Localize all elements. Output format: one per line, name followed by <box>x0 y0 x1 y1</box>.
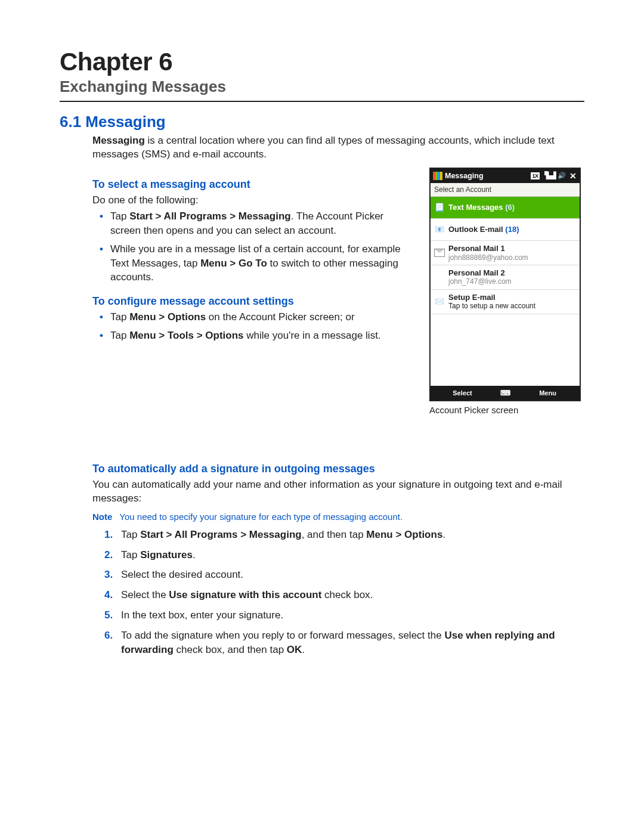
text: . <box>442 529 445 540</box>
text: Tap <box>121 529 140 540</box>
step-5: In the text box, enter your signature. <box>104 608 584 623</box>
bold: Use signature with this account <box>169 589 321 600</box>
close-icon[interactable]: ✕ <box>568 171 578 181</box>
network-icon: 1X <box>531 172 539 179</box>
text: . <box>193 549 196 561</box>
account-text-messages[interactable]: 📃 Text Messages (6) <box>431 197 580 219</box>
step-4: Select the Use signature with this accou… <box>104 588 584 602</box>
step-2: Tap Signatures. <box>104 548 584 562</box>
sub2-bullet-1: Tap Menu > Options on the Account Picker… <box>92 310 415 324</box>
subhead-select-account: To select a messaging account <box>92 178 415 191</box>
right-column: Messaging 1X ▝▙▟ 🔊 ✕ Select an Account 📃… <box>429 168 584 415</box>
account-personal-1[interactable]: Personal Mail 1 john888869@yahoo.com <box>431 241 580 265</box>
device-title: Messaging <box>445 172 484 180</box>
chapter-subtitle: Exchanging Messages <box>60 78 584 96</box>
text: To add the signature when you reply to o… <box>121 630 444 641</box>
windows-live-icon <box>434 272 445 283</box>
text: on the Account Picker screen; or <box>206 311 354 323</box>
keyboard-icon[interactable]: ⌨ <box>494 389 516 397</box>
speaker-icon: 🔊 <box>558 172 566 179</box>
two-column-row: To select a messaging account Do one of … <box>92 168 584 415</box>
section-heading: 6.1 Messaging <box>60 113 584 131</box>
bold: Menu > Tools > Options <box>129 330 243 341</box>
step-6: To add the signature when you reply to o… <box>104 628 584 657</box>
envelope-icon <box>434 247 445 258</box>
account-name: Personal Mail 1 <box>448 244 576 253</box>
text: check box. <box>321 589 373 600</box>
account-label: Personal Mail 2 john_747@live.com <box>448 268 576 286</box>
account-sub: Tap to setup a new account <box>448 302 576 310</box>
sub1-bullet-1: Tap Start > All Programs > Messaging. Th… <box>92 209 415 237</box>
account-personal-2[interactable]: Personal Mail 2 john_747@live.com <box>431 265 580 290</box>
device-screenshot: Messaging 1X ▝▙▟ 🔊 ✕ Select an Account 📃… <box>429 168 581 401</box>
account-name: Outlook E-mail <box>448 225 503 234</box>
bold: Menu > Go To <box>200 258 267 269</box>
account-label: Setup E-mail Tap to setup a new account <box>448 293 576 311</box>
account-setup-email[interactable]: ✉️ Setup E-mail Tap to setup a new accou… <box>431 290 580 314</box>
account-count: (6) <box>505 203 515 212</box>
softkey-menu[interactable]: Menu <box>516 389 580 397</box>
bold: Menu > Options <box>129 311 206 323</box>
step-3: Select the desired account. <box>104 568 584 582</box>
text: Tap <box>110 311 129 323</box>
text: Tap <box>121 549 140 561</box>
text: . <box>302 644 305 655</box>
device-titlebar: Messaging 1X ▝▙▟ 🔊 ✕ <box>431 169 580 183</box>
bold: Signatures <box>140 549 193 561</box>
setup-email-icon: ✉️ <box>434 296 445 307</box>
divider <box>60 101 584 102</box>
outlook-icon: 📧 <box>434 224 445 235</box>
softkey-select[interactable]: Select <box>431 389 494 397</box>
left-column: To select a messaging account Do one of … <box>92 168 415 349</box>
text: check box, and then tap <box>174 644 287 655</box>
account-name: Text Messages <box>448 203 503 212</box>
bold: OK <box>287 644 302 655</box>
account-label: Text Messages (6) <box>448 203 576 212</box>
sms-icon: 📃 <box>434 202 445 213</box>
intro-paragraph: Messaging is a central location where yo… <box>92 134 584 162</box>
bold: Start > All Programs > Messaging <box>129 210 291 222</box>
note-label: Note <box>92 512 112 522</box>
text: Tap <box>110 210 129 222</box>
sub2-bullets: Tap Menu > Options on the Account Picker… <box>92 310 415 343</box>
status-icons: 1X ▝▙▟ 🔊 ✕ <box>531 171 577 181</box>
sub2-bullet-2: Tap Menu > Tools > Options while you're … <box>92 329 415 342</box>
account-count: (18) <box>505 225 519 234</box>
note-text: You need to specify your signature for e… <box>119 512 402 522</box>
text: while you're in a message list. <box>244 330 381 341</box>
step-1: Tap Start > All Programs > Messaging, an… <box>104 528 584 542</box>
account-label: Outlook E-mail (18) <box>448 225 576 234</box>
note-row: Note You need to specify your signature … <box>92 512 584 522</box>
text: Tap <box>110 330 129 341</box>
sub1-bullets: Tap Start > All Programs > Messaging. Th… <box>92 209 415 284</box>
signature-steps: Tap Start > All Programs > Messaging, an… <box>104 528 584 657</box>
windows-flag-icon <box>433 172 442 180</box>
account-outlook[interactable]: 📧 Outlook E-mail (18) <box>431 219 580 241</box>
sub3-para: You can automatically add your name and … <box>92 478 584 506</box>
text: , and then tap <box>302 529 367 540</box>
sub1-bullet-2: While you are in a message list of a cer… <box>92 242 415 284</box>
account-label: Personal Mail 1 john888869@yahoo.com <box>448 244 576 262</box>
page: Chapter 6 Exchanging Messages 6.1 Messag… <box>0 0 644 698</box>
account-name: Personal Mail 2 <box>448 268 576 278</box>
account-name: Setup E-mail <box>448 293 576 302</box>
intro-bold: Messaging <box>92 135 145 146</box>
sub1-lead: Do one of the following: <box>92 193 415 207</box>
intro-rest: is a central location where you can find… <box>92 135 555 160</box>
device-caption: Account Picker screen <box>429 405 584 415</box>
subhead-configure: To configure message account settings <box>92 295 415 308</box>
bold: Menu > Options <box>366 529 442 540</box>
account-email: john_747@live.com <box>448 277 576 286</box>
select-account-header: Select an Account <box>431 183 580 197</box>
device-softkeys: Select ⌨ Menu <box>431 386 580 400</box>
body: Messaging is a central location where yo… <box>92 134 584 657</box>
subhead-signature: To automatically add a signature in outg… <box>92 463 584 475</box>
chapter-title: Chapter 6 <box>60 48 584 76</box>
device-spacer <box>431 314 580 386</box>
signal-icon: ▝▙▟ <box>542 172 556 179</box>
bold: Start > All Programs > Messaging <box>140 529 302 540</box>
account-email: john888869@yahoo.com <box>448 253 576 262</box>
text: Select the <box>121 589 169 600</box>
